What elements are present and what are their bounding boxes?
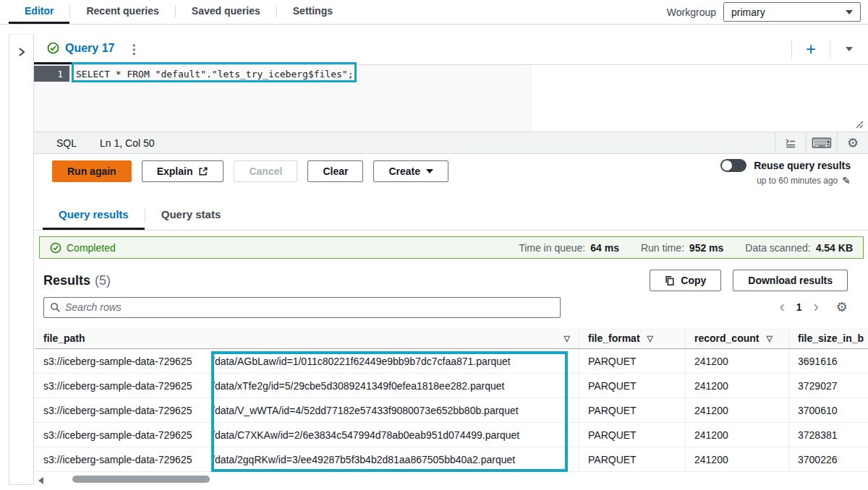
column-header-file-size[interactable]: file_size_in_b xyxy=(788,328,868,348)
cell-file-format[interactable]: PARQUET xyxy=(579,423,685,447)
reuse-results-subtext: up to 60 minutes ago xyxy=(757,176,838,186)
cell-file-size[interactable]: 3729027 xyxy=(788,374,868,397)
horizontal-scrollbar xyxy=(34,474,868,485)
query-actions-row: Run again Explain Cancel Clear Create Re… xyxy=(34,154,868,201)
search-rows-input[interactable] xyxy=(65,301,554,313)
table-row[interactable]: s3://iceberg-sample-data-729625 /data/xT… xyxy=(35,374,868,398)
explain-button[interactable]: Explain xyxy=(142,160,224,182)
cell-file-path[interactable]: s3://iceberg-sample-data-729625 /data/V_… xyxy=(35,398,579,422)
copy-button[interactable]: Copy xyxy=(650,270,721,291)
column-header-record-count[interactable]: record_count ▽ xyxy=(685,328,788,348)
next-page-button[interactable]: › xyxy=(814,299,819,315)
clear-button[interactable]: Clear xyxy=(307,160,363,182)
query-tab-menu-button[interactable]: ⋮ xyxy=(122,42,145,57)
code-line-1: 1 SELECT * FROM "default"."lets_try_iceb… xyxy=(34,66,354,82)
filter-icon[interactable]: ▽ xyxy=(647,334,653,343)
create-button[interactable]: Create xyxy=(373,160,448,182)
cell-file-format[interactable]: PARQUET xyxy=(579,447,685,471)
query-tab[interactable]: Query 17 xyxy=(34,34,122,64)
file-path-data-segment: /data/AGbLaw/id=1/011c80221f62449e9bb9b7… xyxy=(212,356,511,367)
editor-settings-button[interactable]: ⚙ xyxy=(838,132,868,153)
workgroup-label: Workgroup xyxy=(667,7,716,18)
cell-record-count[interactable]: 241200 xyxy=(685,447,788,471)
editor-resize-handle[interactable] xyxy=(854,119,864,129)
tab-query-stats[interactable]: Query stats xyxy=(145,201,237,230)
search-icon xyxy=(50,302,61,313)
scroll-left-arrow[interactable] xyxy=(38,477,43,484)
results-table-header: file_path ▽ file_format ▽ record_count ▽… xyxy=(35,328,868,349)
previous-page-button[interactable]: ‹ xyxy=(779,299,784,315)
tab-query-results[interactable]: Query results xyxy=(43,201,145,230)
stat-data-scanned: Data scanned: 4.54 KB xyxy=(745,242,853,254)
run-again-button[interactable]: Run again xyxy=(52,160,132,182)
cell-record-count[interactable]: 241200 xyxy=(685,423,788,447)
cell-record-count[interactable]: 241200 xyxy=(685,374,788,397)
format-icon xyxy=(784,137,797,149)
file-path-data-segment: /data/V_wWTA/id=4/52dd77182e57433f908007… xyxy=(212,405,519,416)
download-results-button[interactable]: Download results xyxy=(733,270,848,291)
file-path-data-segment: /data/C7XKAw/id=2/6e3834c547994d78ab0eab… xyxy=(212,429,519,441)
cell-file-path[interactable]: s3://iceberg-sample-data-729625 /data/xT… xyxy=(35,374,579,397)
external-link-icon xyxy=(198,166,208,176)
cell-file-format[interactable]: PARQUET xyxy=(579,349,685,373)
create-label: Create xyxy=(388,166,420,177)
sql-editor[interactable]: 1 SELECT * FROM "default"."lets_try_iceb… xyxy=(34,65,868,132)
column-label: file_path xyxy=(43,332,85,344)
results-table-body: s3://iceberg-sample-data-729625 /data/AG… xyxy=(35,349,868,472)
results-preferences-gear-icon[interactable]: ⚙ xyxy=(836,301,848,314)
stat-value: 4.54 KB xyxy=(816,242,853,254)
reuse-results-toggle[interactable] xyxy=(720,159,746,172)
cell-file-path[interactable]: s3://iceberg-sample-data-729625 /data/2g… xyxy=(35,447,579,471)
file-path-prefix: s3://iceberg-sample-data-729625 xyxy=(43,429,212,441)
editor-language-label: SQL xyxy=(56,137,77,149)
file-path-data-segment: /data/xTfe2g/id=5/29cbe5d3089241349f0efe… xyxy=(212,380,504,392)
tab-saved-queries[interactable]: Saved queries xyxy=(176,0,276,24)
format-query-button[interactable] xyxy=(775,132,806,153)
filter-icon[interactable]: ▽ xyxy=(564,334,570,343)
cell-file-format[interactable]: PARQUET xyxy=(579,374,685,397)
current-page-number[interactable]: 1 xyxy=(796,301,802,313)
filter-icon[interactable]: ▽ xyxy=(766,334,772,343)
table-row[interactable]: s3://iceberg-sample-data-729625 /data/2g… xyxy=(35,447,868,472)
table-row[interactable]: s3://iceberg-sample-data-729625 /data/V_… xyxy=(35,398,868,423)
cell-file-size[interactable]: 3691616 xyxy=(788,349,868,373)
file-path-prefix: s3://iceberg-sample-data-729625 xyxy=(43,454,212,465)
scrollbar-thumb[interactable] xyxy=(72,476,210,483)
reuse-results-label: Reuse query results xyxy=(754,160,851,171)
keyboard-shortcuts-button[interactable]: ⌨ xyxy=(807,132,837,153)
table-row[interactable]: s3://iceberg-sample-data-729625 /data/C7… xyxy=(35,423,868,447)
tab-settings[interactable]: Settings xyxy=(277,0,349,24)
file-path-prefix: s3://iceberg-sample-data-729625 xyxy=(43,356,212,367)
cell-record-count[interactable]: 241200 xyxy=(685,398,788,422)
workgroup-value: primary xyxy=(731,7,765,18)
tab-recent-queries[interactable]: Recent queries xyxy=(70,0,174,24)
column-header-file-path[interactable]: file_path ▽ xyxy=(35,328,579,348)
chevron-right-icon xyxy=(16,46,27,58)
stat-label: Data scanned: xyxy=(745,242,810,254)
cell-file-path[interactable]: s3://iceberg-sample-data-729625 /data/AG… xyxy=(35,349,579,373)
file-path-prefix: s3://iceberg-sample-data-729625 xyxy=(43,405,212,416)
tab-editor[interactable]: Editor xyxy=(9,0,69,24)
cell-file-format[interactable]: PARQUET xyxy=(579,398,685,422)
chevron-down-icon xyxy=(846,47,853,51)
cell-file-size[interactable]: 3700610 xyxy=(788,398,868,422)
file-path-data-segment: /data/2gqRKw/id=3/ee49287b5f3b4b2d81aa86… xyxy=(212,454,515,465)
copy-icon xyxy=(665,275,675,286)
collapsed-sidebar xyxy=(9,34,34,485)
workgroup-select[interactable]: primary xyxy=(723,2,861,22)
new-query-tab-button[interactable]: + xyxy=(792,40,830,58)
expand-sidebar-button[interactable] xyxy=(16,46,27,484)
query-tabs-dropdown-button[interactable] xyxy=(830,47,868,51)
line-number-gutter: 1 xyxy=(34,66,69,82)
cell-record-count[interactable]: 241200 xyxy=(685,349,788,373)
cell-file-size[interactable]: 3728381 xyxy=(788,423,868,447)
query-status-banner: Completed Time in queue: 64 ms Run time:… xyxy=(39,236,864,259)
results-header: Results (5) Copy Download results xyxy=(43,269,848,292)
results-count: (5) xyxy=(95,273,111,288)
edit-pencil-icon[interactable]: ✎ xyxy=(842,175,851,186)
stat-time-in-queue: Time in queue: 64 ms xyxy=(519,242,619,254)
cell-file-size[interactable]: 3700226 xyxy=(788,447,868,471)
cell-file-path[interactable]: s3://iceberg-sample-data-729625 /data/C7… xyxy=(35,423,579,447)
column-header-file-format[interactable]: file_format ▽ xyxy=(579,328,685,348)
table-row[interactable]: s3://iceberg-sample-data-729625 /data/AG… xyxy=(35,349,868,374)
